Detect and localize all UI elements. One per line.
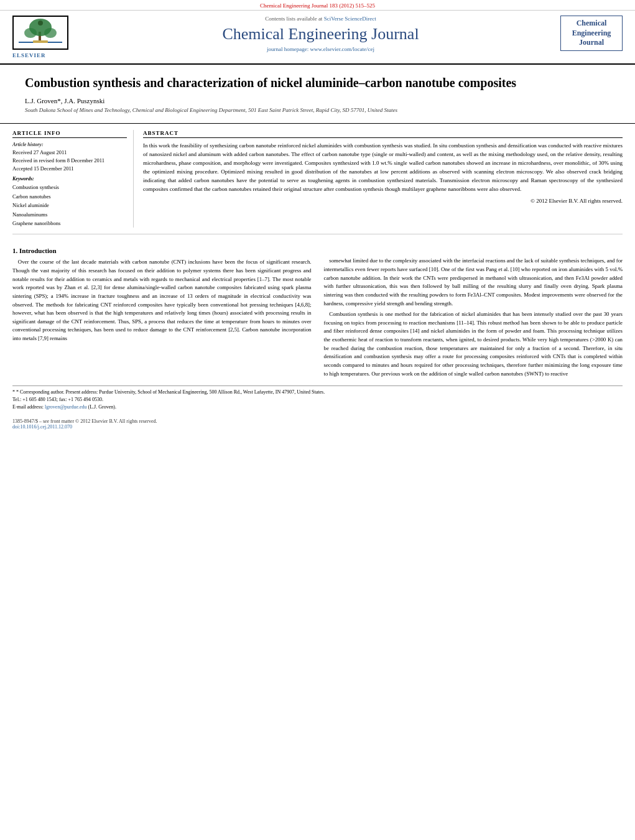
affiliation: South Dakota School of Mines and Technol…: [25, 107, 610, 113]
article-info-abstract-section: ARTICLE INFO Article history: Received 2…: [0, 124, 635, 228]
body-right-column: somewhat limited due to the complexity a…: [324, 241, 623, 381]
received-date: Received 27 August 2011 Received in revi…: [12, 149, 127, 172]
body-section: 1. Introduction Over the course of the l…: [0, 241, 635, 381]
keyword-2: Carbon nanotubes: [12, 192, 127, 201]
page: Chemical Engineering Journal 183 (2012) …: [0, 0, 635, 840]
article-title: Combustion synthesis and characterizatio…: [25, 75, 610, 91]
homepage-label: journal homepage:: [267, 46, 308, 52]
intro-paragraph-3: Combustion synthesis is one method for t…: [324, 310, 623, 378]
footnote-corresponding-text: * Corresponding author. Present address:…: [16, 389, 325, 395]
elsevier-tree-icon: [16, 18, 65, 48]
svg-point-3: [24, 28, 37, 38]
keyword-5: Graphene nanoribbons: [12, 219, 127, 228]
bottom-bar: 1385-8947/$ – see front matter © 2012 El…: [0, 416, 635, 432]
section1-heading: Introduction: [19, 247, 57, 254]
received-line: Received 27 August 2011: [12, 149, 127, 157]
abstract-column: ABSTRACT In this work the feasibility of…: [143, 130, 623, 228]
authors: L.J. Groven*, J.A. Puszynski: [25, 97, 610, 104]
copyright-notice: © 2012 Elsevier B.V. All rights reserved…: [143, 198, 623, 204]
homepage-url[interactable]: www.elsevier.com/locate/cej: [310, 46, 374, 52]
section1-title: 1. Introduction: [12, 247, 312, 254]
elsevier-brand-text: ELSEVIER: [12, 52, 46, 58]
sciverse-line: Contents lists available at SciVerse Sci…: [87, 16, 554, 22]
abbr-line3: Journal: [579, 38, 604, 47]
keyword-4: Nanoaluminums: [12, 210, 127, 219]
abstract-text: In this work the feasibility of synthesi…: [143, 142, 623, 194]
journal-title-area: Contents lists available at SciVerse Sci…: [81, 16, 560, 52]
keyword-3: Nickel aluminide: [12, 201, 127, 210]
keyword-1: Combustion synthesis: [12, 183, 127, 192]
journal-reference: Chemical Engineering Journal 183 (2012) …: [260, 2, 375, 9]
article-title-section: Combustion synthesis and characterizatio…: [0, 65, 635, 124]
journal-homepage: journal homepage: www.elsevier.com/locat…: [87, 46, 554, 52]
email-link[interactable]: lgroven@purdue.edu: [45, 404, 87, 410]
journal-abbreviation: Chemical Engineering Journal: [560, 16, 623, 51]
article-info-header: ARTICLE INFO: [12, 130, 127, 138]
body-left-column: 1. Introduction Over the course of the l…: [12, 241, 312, 381]
journal-title: Chemical Engineering Journal: [87, 24, 554, 44]
footnote-area: * * Corresponding author. Present addres…: [12, 385, 623, 411]
footnote-tel: Tel.: +1 605 480 1543; fax: +1 765 494 0…: [12, 396, 623, 404]
journal-header: ELSEVIER Contents lists available at Sci…: [0, 11, 635, 65]
keywords-list: Combustion synthesis Carbon nanotubes Ni…: [12, 183, 127, 228]
intro-paragraph-2: somewhat limited due to the complexity a…: [324, 257, 623, 308]
article-history-label: Article history:: [12, 142, 127, 147]
elsevier-logo-box: [12, 16, 68, 50]
svg-point-5: [38, 21, 43, 25]
svg-rect-6: [33, 40, 48, 43]
email-suffix: (L.J. Groven).: [88, 404, 116, 410]
issn-line: 1385-8947/$ – see front matter © 2012 El…: [12, 418, 623, 424]
elsevier-logo: ELSEVIER: [12, 16, 81, 58]
email-label: E-mail address:: [12, 404, 44, 410]
section1-body: Over the course of the last decade mater…: [12, 258, 312, 343]
abbr-line2: Engineering: [572, 29, 611, 37]
accepted-line: Accepted 15 December 2011: [12, 165, 127, 173]
article-info-column: ARTICLE INFO Article history: Received 2…: [12, 130, 134, 228]
abstract-header: ABSTRACT: [143, 130, 623, 138]
journal-reference-bar: Chemical Engineering Journal 183 (2012) …: [0, 0, 635, 11]
sciverse-link[interactable]: SciVerse ScienceDirect: [324, 16, 376, 22]
abbr-line1: Chemical: [577, 19, 607, 27]
section1-right-body: somewhat limited due to the complexity a…: [324, 241, 623, 378]
section1-number: 1.: [12, 247, 17, 254]
keywords-label: Keywords:: [12, 176, 127, 182]
intro-paragraph-1: Over the course of the last decade mater…: [12, 258, 312, 343]
doi-line[interactable]: doi:10.1016/j.cej.2011.12.070: [12, 424, 623, 430]
revised-line: Received in revised form 8 December 2011: [12, 157, 127, 165]
elsevier-logo-area: ELSEVIER: [12, 16, 81, 58]
footnote-corresponding: * * Corresponding author. Present addres…: [12, 389, 623, 396]
svg-point-4: [44, 28, 57, 38]
journal-abbr-box: Chemical Engineering Journal: [560, 16, 623, 51]
footnote-email-line: E-mail address: lgroven@purdue.edu (L.J.…: [12, 404, 623, 411]
